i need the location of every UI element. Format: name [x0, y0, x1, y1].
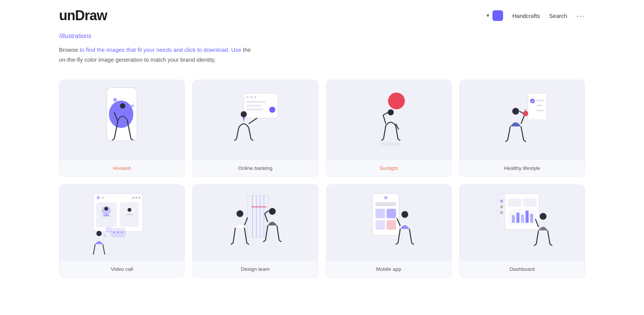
svg-line-117 — [548, 230, 550, 244]
illustration-dashboard — [460, 185, 585, 261]
svg-line-44 — [505, 140, 508, 142]
illustration-video-call — [59, 185, 184, 261]
svg-rect-114 — [530, 214, 533, 223]
logo[interactable]: unDraw — [59, 8, 107, 24]
card-label-dashboard: Dashboard — [460, 261, 585, 277]
svg-line-30 — [381, 139, 384, 141]
svg-rect-107 — [508, 198, 521, 207]
svg-line-99 — [396, 243, 398, 245]
svg-line-118 — [534, 244, 536, 246]
svg-point-2 — [113, 98, 117, 102]
svg-point-106 — [500, 211, 503, 214]
svg-point-52 — [102, 197, 104, 199]
card-video-call[interactable]: Video call — [59, 184, 185, 278]
svg-line-43 — [521, 126, 524, 140]
svg-point-104 — [500, 200, 503, 203]
svg-line-23 — [234, 139, 237, 141]
svg-line-76 — [233, 228, 235, 243]
card-label-healthy-lifestyle: Healthy lifestyle — [460, 160, 585, 176]
svg-point-54 — [136, 197, 137, 198]
svg-rect-17 — [246, 105, 261, 107]
card-design-team[interactable]: Design team — [192, 184, 318, 278]
svg-point-37 — [530, 99, 535, 103]
card-hooked[interactable]: Hooked — [59, 80, 185, 177]
svg-point-55 — [139, 197, 141, 198]
svg-rect-95 — [387, 220, 396, 230]
svg-line-83 — [277, 225, 279, 240]
svg-line-21 — [237, 128, 239, 139]
svg-rect-39 — [536, 105, 542, 106]
color-picker-dropdown[interactable]: ▼ — [486, 10, 503, 21]
svg-rect-38 — [536, 100, 545, 101]
svg-line-77 — [244, 228, 247, 243]
card-mobile-app[interactable]: Mobile app — [326, 184, 452, 278]
svg-rect-111 — [516, 213, 519, 223]
card-label-mobile-app: Mobile app — [326, 261, 451, 277]
card-dashboard[interactable]: Dashboard — [459, 184, 585, 278]
svg-point-41 — [512, 108, 519, 115]
svg-line-79 — [247, 243, 249, 245]
svg-line-24 — [251, 139, 253, 141]
svg-rect-113 — [526, 211, 529, 223]
illustration-hooked — [59, 80, 184, 160]
more-menu-button[interactable]: ··· — [576, 11, 585, 20]
svg-point-13 — [246, 96, 249, 98]
card-label-hooked: Hooked — [59, 160, 184, 176]
svg-line-45 — [524, 140, 526, 142]
svg-point-69 — [121, 231, 123, 233]
nav: ▼ Handcrafts Search ··· — [486, 10, 585, 21]
svg-line-31 — [398, 139, 400, 141]
header: unDraw ▼ Handcrafts Search ··· — [0, 0, 644, 24]
svg-point-81 — [269, 208, 276, 215]
svg-point-96 — [401, 211, 408, 218]
svg-line-28 — [384, 126, 386, 139]
card-label-sunlight: Sunlight — [326, 160, 451, 176]
browse-link[interactable]: to find the images that fit your needs a… — [80, 46, 241, 53]
svg-line-78 — [231, 243, 233, 245]
svg-line-32 — [383, 115, 386, 124]
svg-rect-110 — [512, 215, 515, 223]
svg-line-63 — [103, 244, 105, 254]
svg-rect-108 — [523, 198, 537, 207]
card-sunlight[interactable]: Sunlight — [326, 80, 452, 177]
svg-point-4 — [120, 103, 125, 109]
svg-point-68 — [117, 231, 119, 233]
handcrafts-link[interactable]: Handcrafts — [512, 13, 540, 19]
card-online-banking[interactable]: Online banking — [192, 80, 318, 177]
svg-point-19 — [269, 107, 275, 113]
svg-rect-36 — [528, 93, 547, 120]
svg-rect-92 — [376, 209, 385, 218]
svg-point-75 — [237, 210, 243, 217]
svg-line-42 — [508, 126, 510, 140]
svg-point-67 — [113, 231, 115, 233]
svg-line-84 — [263, 240, 265, 242]
svg-point-51 — [97, 196, 100, 199]
svg-point-20 — [241, 111, 247, 117]
svg-point-48 — [523, 111, 528, 116]
svg-rect-18 — [246, 109, 263, 110]
svg-line-25 — [249, 118, 257, 124]
card-label-online-banking: Online banking — [193, 160, 318, 176]
illustration-online-banking — [193, 80, 318, 160]
svg-point-61 — [96, 231, 102, 236]
card-healthy-lifestyle[interactable]: Healthy lifestyle — [459, 80, 585, 177]
svg-line-119 — [550, 244, 552, 246]
svg-line-62 — [93, 244, 95, 254]
hero-description: Browse to find the images that fit your … — [59, 45, 257, 64]
svg-point-60 — [128, 208, 131, 212]
search-link[interactable]: Search — [549, 13, 567, 19]
color-swatch[interactable] — [492, 10, 503, 21]
svg-point-35 — [379, 142, 402, 146]
illustration-design-team — [193, 185, 318, 261]
svg-rect-93 — [387, 209, 396, 218]
svg-point-3 — [131, 104, 134, 107]
svg-rect-91 — [376, 202, 396, 206]
illustration-sunlight — [326, 80, 451, 160]
svg-point-90 — [384, 196, 387, 199]
svg-line-85 — [279, 240, 281, 242]
svg-line-80 — [244, 217, 248, 225]
route-label: /illustrations — [59, 33, 585, 40]
svg-line-100 — [412, 243, 414, 245]
svg-rect-112 — [521, 214, 524, 223]
illustration-healthy-lifestyle — [460, 80, 585, 160]
